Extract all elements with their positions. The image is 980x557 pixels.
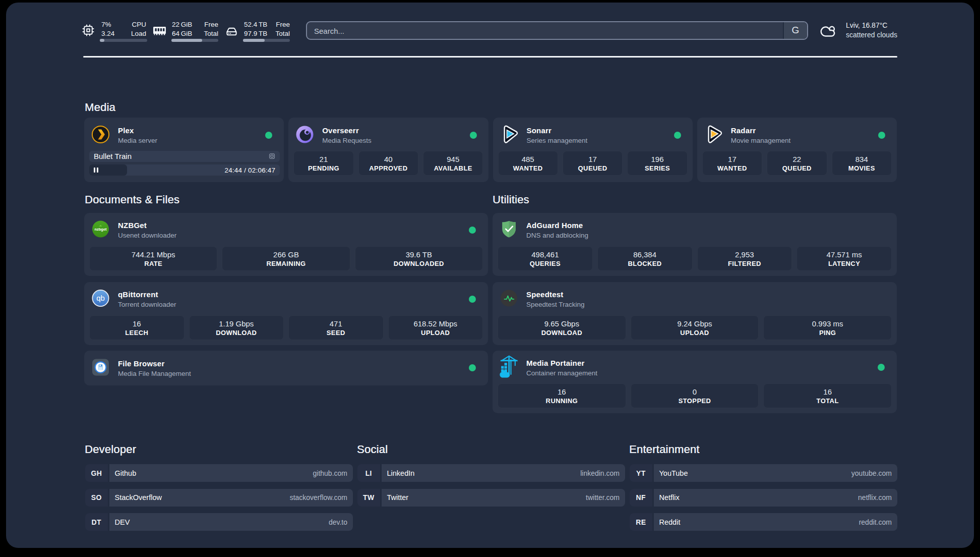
svg-text:qb: qb (96, 294, 105, 302)
svg-text:nzbget: nzbget (94, 227, 107, 232)
